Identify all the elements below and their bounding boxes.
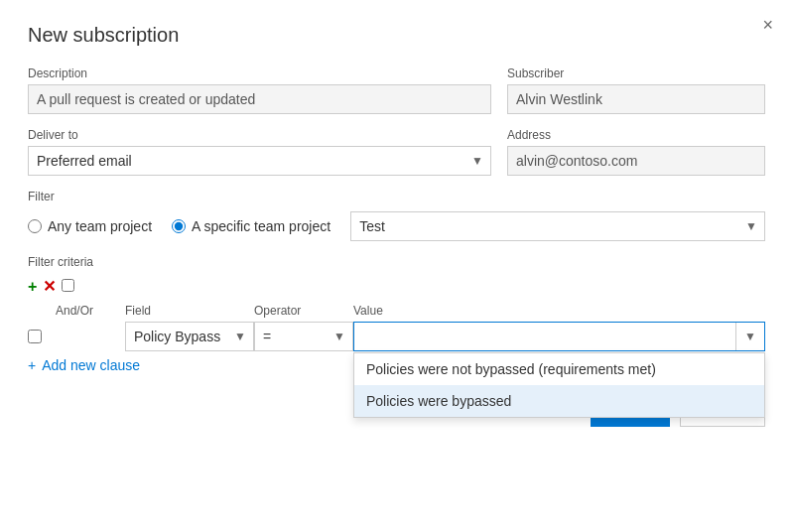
deliver-to-select[interactable]: Preferred email SOAP Email (28, 146, 491, 176)
add-clause-plus-icon: + (28, 357, 36, 373)
row-operator-cell: = != > < ▼ (254, 322, 353, 351)
any-team-project-text: Any team project (48, 218, 152, 234)
col-value-header: Value (353, 304, 765, 318)
subscriber-input (507, 84, 765, 114)
any-team-project-radio-label[interactable]: Any team project (28, 218, 152, 234)
project-select-wrapper: Test Project A Project B ▼ (350, 211, 765, 241)
col-check-header (28, 304, 56, 318)
dialog-title: New subscription (28, 24, 765, 47)
specific-team-project-radio-label[interactable]: A specific team project (172, 218, 330, 234)
field-select-wrapper: Policy Bypass Author Reviewer ▼ (125, 322, 254, 351)
description-input (28, 84, 491, 114)
value-dropdown-container: ▼ Policies were not bypassed (requiremen… (353, 322, 765, 351)
criteria-row: Policy Bypass Author Reviewer ▼ = != > <… (28, 322, 765, 351)
filter-criteria-label: Filter criteria (28, 255, 765, 269)
filter-section-label: Filter (28, 190, 765, 203)
dropdown-option-1[interactable]: Policies were not bypassed (requirements… (354, 353, 764, 385)
any-team-project-radio[interactable] (28, 219, 42, 233)
close-button[interactable]: × (756, 14, 779, 36)
specific-team-project-radio[interactable] (172, 219, 186, 233)
row-checkbox[interactable] (28, 330, 42, 343)
criteria-actions-row: + ✕ (28, 277, 765, 296)
address-label: Address (507, 128, 765, 142)
deliver-to-label: Deliver to (28, 128, 491, 142)
add-criteria-icon[interactable]: + (28, 278, 37, 296)
row-field-cell: Policy Bypass Author Reviewer ▼ (125, 322, 254, 351)
filter-criteria-section: Filter criteria + ✕ And/Or Field Operato… (28, 255, 765, 373)
subscriber-label: Subscriber (507, 66, 765, 80)
value-dropdown: Policies were not bypassed (requirements… (353, 352, 765, 418)
description-label: Description (28, 66, 491, 80)
criteria-select-all-checkbox[interactable] (62, 279, 74, 292)
project-select[interactable]: Test Project A Project B (350, 211, 765, 241)
value-input-wrap: ▼ (353, 322, 765, 351)
dropdown-option-2[interactable]: Policies were bypassed (354, 385, 764, 417)
specific-team-project-text: A specific team project (192, 218, 330, 234)
operator-select[interactable]: = != > < (254, 322, 353, 351)
operator-select-wrapper: = != > < ▼ (254, 322, 353, 351)
value-dropdown-arrow-icon[interactable]: ▼ (735, 323, 764, 350)
deliver-to-select-wrapper: Preferred email SOAP Email ▼ (28, 146, 491, 176)
col-operator-header: Operator (254, 304, 353, 318)
value-input[interactable] (354, 323, 735, 350)
dialog-container: × New subscription Description Subscribe… (0, 0, 793, 532)
col-field-header: Field (125, 304, 254, 318)
row-checkbox-cell (28, 330, 56, 343)
remove-criteria-icon[interactable]: ✕ (43, 277, 56, 296)
address-input (507, 146, 765, 176)
field-select[interactable]: Policy Bypass Author Reviewer (125, 322, 254, 351)
col-andor-header: And/Or (56, 304, 125, 318)
add-clause-label: Add new clause (42, 357, 140, 373)
